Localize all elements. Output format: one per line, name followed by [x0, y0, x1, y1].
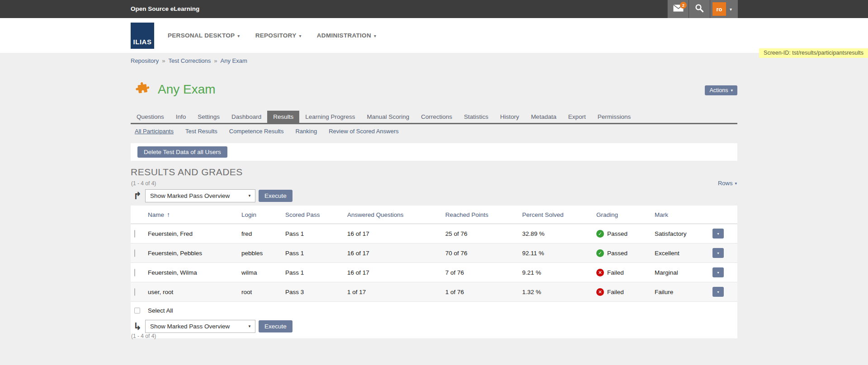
subtab-all-participants[interactable]: All Participants [135, 128, 174, 135]
tab-info[interactable]: Info [170, 111, 192, 123]
menu-item-label: ADMINISTRATION [317, 32, 371, 39]
grading-label: Failed [607, 269, 624, 276]
page-title: Any Exam [158, 82, 216, 97]
cell-answered-questions: 16 of 17 [347, 269, 445, 276]
column-header-name[interactable]: Name↑ [148, 211, 241, 218]
cell-name: Feuerstein, Wilma [148, 269, 241, 276]
cell-login: root [241, 289, 285, 295]
subtab-ranking[interactable]: Ranking [295, 128, 317, 135]
row-checkbox[interactable] [134, 249, 135, 257]
row-checkbox[interactable] [134, 269, 135, 276]
tab-history[interactable]: History [494, 111, 525, 123]
cell-reached-points: 70 of 76 [445, 250, 522, 257]
cell-reached-points: 7 of 76 [445, 269, 522, 276]
cell-answered-questions: 16 of 17 [347, 250, 445, 257]
tab-export[interactable]: Export [562, 111, 592, 123]
tab-metadata[interactable]: Metadata [525, 111, 562, 123]
menu-item-personal-desktop[interactable]: PERSONAL DESKTOP▾ [168, 32, 240, 39]
row-action-cell: ▾ [712, 248, 737, 258]
apply-to-bottom-arrow-icon: ↳ [133, 322, 142, 332]
tab-questions[interactable]: Questions [131, 111, 170, 123]
select-all-checkbox[interactable] [134, 308, 140, 314]
cell-scored-pass: Pass 3 [285, 289, 347, 295]
cell-reached-points: 25 of 76 [445, 230, 522, 237]
result-range-top: (1 - 4 of 4) [131, 180, 156, 187]
test-puzzle-icon [134, 80, 151, 98]
select-all-label: Select All [148, 307, 173, 314]
user-menu-button[interactable]: ro ▾ [710, 0, 738, 18]
row-actions-button[interactable]: ▾ [712, 248, 724, 258]
column-header-label: Name [148, 211, 164, 218]
cell-name: user, root [148, 289, 241, 295]
subtab-test-results[interactable]: Test Results [185, 128, 217, 135]
tab-learning-progress[interactable]: Learning Progress [299, 111, 361, 123]
subtabs: All ParticipantsTest ResultsCompetence R… [135, 128, 399, 135]
tab-statistics[interactable]: Statistics [458, 111, 494, 123]
breadcrumb-link-repository[interactable]: Repository [131, 57, 159, 64]
row-checkbox[interactable] [134, 288, 135, 296]
bulk-action-select-top[interactable]: Show Marked Pass Overview ▼ [145, 189, 255, 202]
row-actions-button[interactable]: ▾ [712, 229, 724, 239]
bulk-action-select-bottom[interactable]: Show Marked Pass Overview ▼ [145, 320, 255, 333]
row-actions-button[interactable]: ▾ [712, 287, 724, 297]
breadcrumb: Repository»Test Corrections»Any Exam [131, 57, 247, 64]
cell-percent-solved: 9.21 % [522, 269, 596, 276]
content-area: Repository»Test Corrections»Any Exam Any… [131, 53, 737, 365]
bulk-action-bottom: ↳ Show Marked Pass Overview ▼ Execute [131, 319, 737, 338]
column-header-reached-points[interactable]: Reached Points [445, 211, 522, 218]
menu-item-administration[interactable]: ADMINISTRATION▾ [317, 32, 377, 39]
column-header-label: Reached Points [445, 211, 488, 218]
tab-permissions[interactable]: Permissions [592, 111, 637, 123]
row-checkbox-cell [131, 269, 148, 276]
rows-dropdown[interactable]: Rows ▾ [718, 180, 737, 187]
subtab-review-of-scored-answers[interactable]: Review of Scored Answers [329, 128, 399, 135]
cell-login: fred [241, 230, 285, 237]
cell-name: Feuerstein, Fred [148, 230, 241, 237]
execute-button-top[interactable]: Execute [259, 190, 292, 202]
search-icon [695, 4, 704, 14]
breadcrumb-link-any-exam[interactable]: Any Exam [221, 57, 247, 64]
row-checkbox-cell [131, 289, 148, 295]
search-button[interactable] [689, 0, 710, 18]
breadcrumb-separator: » [162, 57, 165, 64]
failed-icon: ✕ [596, 288, 604, 296]
column-header-label: Grading [596, 211, 618, 218]
tab-manual-scoring[interactable]: Manual Scoring [361, 111, 415, 123]
column-header-grading[interactable]: Grading [596, 211, 655, 218]
results-heading: RESULTS AND GRADES [131, 167, 243, 178]
column-header-answered-questions[interactable]: Answered Questions [347, 211, 445, 218]
column-header-percent-solved[interactable]: Percent Solved [522, 211, 596, 218]
column-header-label: Mark [655, 211, 668, 218]
delete-test-data-button[interactable]: Delete Test Data of all Users [137, 146, 227, 158]
select-caret-icon: ▼ [248, 194, 251, 198]
actions-button[interactable]: Actions ▾ [705, 85, 737, 95]
row-checkbox[interactable] [134, 230, 135, 238]
column-header-scored-pass[interactable]: Scored Pass [285, 211, 347, 218]
mail-button[interactable]: 2 [667, 0, 689, 18]
cell-reached-points: 1 of 76 [445, 289, 522, 295]
tab-results[interactable]: Results [267, 111, 299, 123]
table-row: user, rootrootPass 31 of 171 of 761.32 %… [131, 282, 737, 302]
breadcrumb-link-test-corrections[interactable]: Test Corrections [168, 57, 211, 64]
tab-settings[interactable]: Settings [192, 111, 226, 123]
subtab-competence-results[interactable]: Competence Results [229, 128, 284, 135]
menu-item-repository[interactable]: REPOSITORY▾ [255, 32, 302, 39]
tab-corrections[interactable]: Corrections [415, 111, 458, 123]
row-action-cell: ▾ [712, 267, 737, 277]
row-actions-button[interactable]: ▾ [712, 267, 724, 277]
menu-item-label: PERSONAL DESKTOP [168, 32, 235, 39]
site-title: Open Source eLearning [131, 0, 199, 18]
sort-ascending-icon[interactable]: ↑ [167, 211, 170, 218]
column-header-label: Answered Questions [347, 211, 404, 218]
column-header-login[interactable]: Login [241, 211, 285, 218]
grading-label: Passed [607, 250, 627, 257]
ilias-logo[interactable]: ILIAS [131, 23, 154, 49]
cell-mark: Satisfactory [655, 230, 712, 237]
cell-percent-solved: 1.32 % [522, 289, 596, 295]
tab-dashboard[interactable]: Dashboard [226, 111, 267, 123]
cell-mark: Failure [655, 289, 712, 295]
execute-button-bottom[interactable]: Execute [259, 320, 292, 332]
top-bar: Open Source eLearning 2 ro ▾ [0, 0, 868, 18]
cell-scored-pass: Pass 1 [285, 230, 347, 237]
column-header-mark[interactable]: Mark [655, 211, 712, 218]
